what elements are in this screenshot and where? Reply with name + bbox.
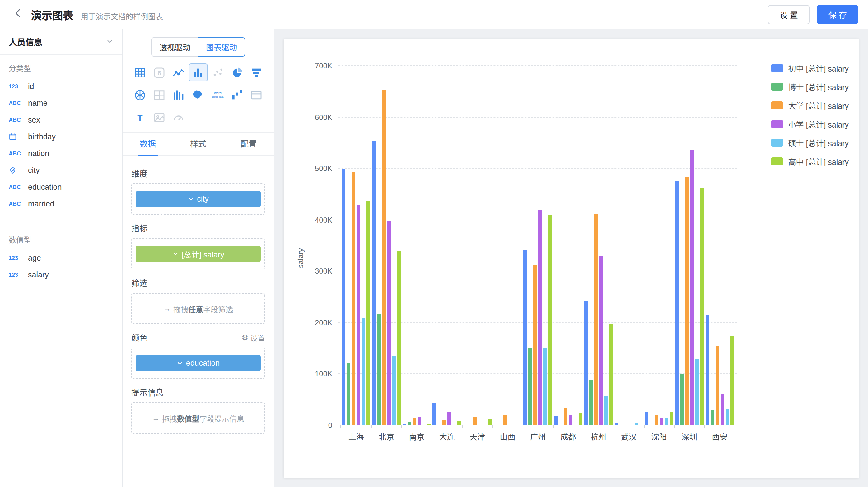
bar[interactable] [594, 214, 598, 425]
bar[interactable] [705, 316, 709, 425]
chart-type-scatter-icon[interactable] [208, 63, 227, 82]
bar[interactable] [615, 423, 618, 425]
bar[interactable] [715, 346, 719, 425]
bar[interactable] [448, 413, 452, 425]
chart-type-line-icon[interactable] [169, 63, 188, 82]
legend-item[interactable]: 小学 [总计] salary [771, 118, 849, 130]
chart-type-radar-icon[interactable] [130, 86, 149, 104]
bar[interactable] [730, 336, 734, 425]
config-tab-配置[interactable]: 配置 [223, 133, 274, 156]
bar[interactable] [690, 150, 694, 425]
bar[interactable] [710, 410, 714, 425]
bar[interactable] [725, 410, 729, 425]
back-button[interactable] [10, 6, 26, 22]
bar[interactable] [680, 374, 684, 425]
mode-tab-chart[interactable]: 图表驱动 [198, 37, 245, 57]
field-item-city[interactable]: city [0, 162, 122, 178]
bar[interactable] [685, 177, 689, 425]
legend-item[interactable]: 高中 [总计] salary [771, 156, 849, 167]
bar[interactable] [720, 394, 724, 425]
chart-type-table-icon[interactable] [130, 63, 149, 82]
bar[interactable] [655, 415, 658, 425]
bar[interactable] [503, 415, 507, 425]
color-drop-area[interactable]: education [131, 348, 265, 379]
bar[interactable] [382, 90, 386, 425]
field-item-id[interactable]: 123id [0, 78, 122, 95]
field-item-age[interactable]: 123age [0, 250, 122, 266]
measure-drop-area[interactable]: [总计] salary [131, 238, 265, 269]
chart-type-text-icon[interactable]: T [130, 108, 149, 126]
bar[interactable] [473, 417, 476, 425]
tooltip-drop-area[interactable]: → 拖拽数值型字段提示信息 [131, 402, 265, 433]
settings-button[interactable]: 设 置 [768, 5, 810, 24]
filter-drop-area[interactable]: → 拖拽任意字段筛选 [131, 293, 265, 324]
chart-type-image-icon[interactable] [150, 108, 169, 126]
dataset-selector[interactable]: 人员信息 [0, 29, 122, 55]
bar[interactable] [397, 251, 401, 425]
bar[interactable] [362, 318, 366, 425]
bar[interactable] [347, 363, 351, 425]
bar[interactable] [700, 189, 704, 425]
dimension-drop-area[interactable]: city [131, 184, 265, 215]
chart-type-gauge-icon[interactable] [169, 108, 188, 126]
color-settings-link[interactable]: ⚙ 设置 [241, 332, 265, 343]
chart-type-frame-icon[interactable] [247, 86, 266, 104]
bar[interactable] [402, 424, 406, 425]
bar[interactable] [569, 415, 572, 425]
chart-type-waterfall-icon[interactable] [227, 86, 247, 104]
bar[interactable] [352, 172, 355, 425]
bar[interactable] [412, 418, 416, 425]
field-item-married[interactable]: ABCmarried [0, 195, 122, 212]
bar[interactable] [659, 418, 663, 425]
bar[interactable] [609, 324, 613, 425]
field-item-birthday[interactable]: birthday [0, 128, 122, 145]
legend-item[interactable]: 初中 [总计] salary [771, 62, 849, 74]
field-item-sex[interactable]: ABCsex [0, 111, 122, 128]
field-item-education[interactable]: ABCeducation [0, 178, 122, 195]
bar[interactable] [670, 413, 673, 425]
legend-item[interactable]: 硕士 [总计] salary [771, 137, 849, 149]
bar[interactable] [599, 256, 603, 425]
bar[interactable] [367, 201, 371, 425]
bar[interactable] [427, 424, 431, 425]
bar[interactable] [342, 168, 346, 425]
bar[interactable] [549, 215, 552, 425]
mode-tab-pivot[interactable]: 透视驱动 [151, 37, 198, 57]
chip-education[interactable]: education [136, 355, 261, 371]
bar[interactable] [544, 348, 547, 425]
chart-type-treemap-icon[interactable] [150, 86, 169, 104]
chart-type-wordcloud-icon[interactable]: wordcloud data [208, 86, 227, 104]
bar[interactable] [695, 360, 699, 425]
bar[interactable] [357, 205, 361, 425]
bar[interactable] [433, 403, 436, 425]
bar[interactable] [372, 141, 376, 425]
bar[interactable] [377, 314, 381, 425]
bar[interactable] [524, 250, 527, 425]
chip-city[interactable]: city [136, 191, 261, 207]
bar[interactable] [458, 421, 461, 425]
chart-type-pie-icon[interactable] [227, 63, 247, 82]
bar[interactable] [533, 265, 537, 425]
bar[interactable] [407, 422, 411, 425]
bar[interactable] [443, 420, 446, 425]
bar[interactable] [529, 348, 532, 425]
bar[interactable] [589, 380, 593, 425]
bar[interactable] [387, 221, 391, 425]
bar[interactable] [664, 418, 668, 425]
bar[interactable] [634, 423, 638, 425]
chart-type-funnel-icon[interactable] [247, 63, 266, 82]
bar[interactable] [604, 396, 608, 425]
chart-type-parallel-icon[interactable] [169, 86, 188, 104]
bar[interactable] [645, 412, 648, 425]
chart-type-number-card-icon[interactable]: 8 [150, 63, 169, 82]
field-item-salary[interactable]: 123salary [0, 266, 122, 283]
legend-item[interactable]: 博士 [总计] salary [771, 81, 849, 93]
bar[interactable] [392, 355, 396, 425]
bar[interactable] [538, 209, 542, 425]
legend-item[interactable]: 大学 [总计] salary [771, 99, 849, 111]
chart-type-map-icon[interactable] [189, 86, 208, 104]
bar[interactable] [488, 419, 492, 425]
config-tab-样式[interactable]: 样式 [173, 133, 223, 156]
bar[interactable] [584, 301, 588, 425]
bar[interactable] [417, 417, 421, 425]
